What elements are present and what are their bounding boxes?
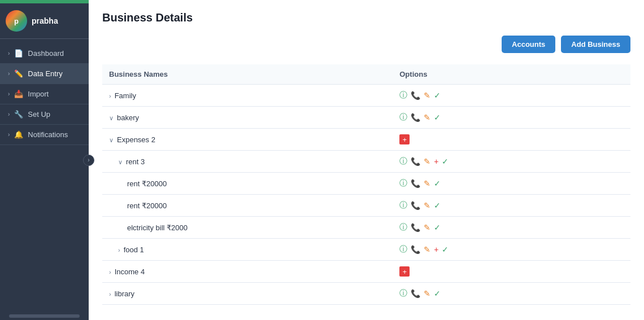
sidebar-item-import[interactable]: › 📥 Import (0, 84, 89, 104)
info-icon[interactable]: ⓘ (399, 90, 407, 100)
business-name-cell: ∨bakery (102, 107, 393, 129)
edit-icon[interactable]: ✎ (424, 245, 430, 254)
business-name: library (115, 290, 134, 298)
edit-icon[interactable]: ✎ (424, 179, 430, 188)
options-cell: ⓘ📞✎+✓ (393, 151, 630, 173)
sidebar-item-setup[interactable]: › 🔧 Set Up (0, 104, 89, 125)
chevron-icon: › (8, 50, 10, 56)
sidebar-item-label: Data Entry (28, 69, 62, 78)
table-row: ›food 1ⓘ📞✎+✓ (102, 239, 630, 261)
info-icon[interactable]: ⓘ (399, 200, 407, 211)
info-icon[interactable]: ⓘ (399, 288, 407, 299)
business-name-cell: ∨Expenses 2 (102, 129, 393, 151)
check-icon[interactable]: ✓ (434, 289, 441, 298)
info-icon[interactable]: ⓘ (399, 112, 407, 122)
edit-icon[interactable]: ✎ (424, 113, 430, 122)
check-icon[interactable]: ✓ (434, 223, 441, 232)
table-row: ›libraryⓘ📞✎✓ (102, 283, 630, 305)
phone-icon[interactable]: 📞 (411, 245, 420, 254)
table-row: ∨Expenses 2+ (102, 129, 630, 151)
plus-icon[interactable]: + (434, 157, 438, 166)
col-options: Options (393, 64, 630, 85)
business-name-cell: ›Family (102, 85, 393, 107)
check-icon[interactable]: ✓ (434, 201, 441, 210)
business-name: rent 3 (126, 157, 145, 166)
check-icon[interactable]: ✓ (442, 245, 449, 254)
phone-icon[interactable]: 📞 (411, 289, 420, 298)
dashboard-icon: 📄 (14, 49, 23, 58)
business-name: Income 4 (115, 268, 145, 276)
sidebar-item-notifications[interactable]: › 🔔 Notifications (0, 125, 89, 145)
business-table: Business Names Options ›Familyⓘ📞✎✓∨baker… (102, 64, 630, 305)
sidebar-item-label: Set Up (28, 110, 50, 119)
plus-icon[interactable]: + (434, 245, 438, 254)
business-name-cell: ›Income 4 (102, 261, 393, 283)
accounts-button[interactable]: Accounts (502, 36, 555, 53)
table-row: rent ₹20000ⓘ📞✎✓ (102, 195, 630, 217)
phone-icon[interactable]: 📞 (411, 157, 420, 166)
edit-icon[interactable]: ✎ (424, 157, 430, 166)
phone-icon[interactable]: 📞 (411, 91, 420, 100)
table-row: ›Familyⓘ📞✎✓ (102, 85, 630, 107)
business-name: bakery (117, 113, 139, 122)
phone-icon[interactable]: 📞 (411, 223, 420, 232)
business-name: rent ₹20000 (127, 179, 167, 188)
info-icon[interactable]: ⓘ (399, 222, 407, 233)
options-cell: + (393, 261, 630, 283)
add-business-button[interactable]: Add Business (561, 36, 630, 53)
check-icon[interactable]: ✓ (442, 157, 449, 166)
phone-icon[interactable]: 📞 (411, 179, 420, 188)
options-cell: ⓘ📞✎✓ (393, 85, 630, 107)
table-row: ∨bakeryⓘ📞✎✓ (102, 107, 630, 129)
sidebar-logo: p prabha (0, 3, 89, 39)
notifications-icon: 🔔 (14, 130, 23, 139)
plus-box-icon[interactable]: + (399, 134, 410, 144)
table-row: rent ₹20000ⓘ📞✎✓ (102, 173, 630, 195)
sidebar-item-dashboard[interactable]: › 📄 Dashboard (0, 43, 89, 64)
options-cell: ⓘ📞✎✓ (393, 283, 630, 305)
import-icon: 📥 (14, 90, 23, 98)
edit-icon[interactable]: ✎ (424, 223, 430, 232)
chevron-icon: › (8, 71, 10, 77)
info-icon[interactable]: ⓘ (399, 178, 407, 189)
row-chevron[interactable]: ∨ (118, 159, 123, 165)
setup-icon: 🔧 (14, 110, 23, 119)
main-content: Business Details Accounts Add Business B… (89, 0, 644, 320)
business-name: food 1 (124, 246, 144, 254)
edit-icon[interactable]: ✎ (424, 201, 430, 210)
sidebar-username: prabha (32, 16, 58, 25)
sidebar-scrollbar[interactable] (9, 314, 80, 318)
plus-box-icon[interactable]: + (399, 266, 410, 277)
edit-icon[interactable]: ✎ (424, 91, 430, 100)
row-chevron[interactable]: ∨ (109, 137, 114, 143)
sidebar-item-data-entry[interactable]: › ✏️ Data Entry (0, 64, 89, 84)
sidebar-item-label: Notifications (28, 130, 68, 139)
options-cell: ⓘ📞✎✓ (393, 195, 630, 217)
data-entry-icon: ✏️ (14, 69, 23, 78)
row-chevron[interactable]: › (118, 247, 120, 253)
row-chevron[interactable]: ∨ (109, 115, 114, 121)
business-name-cell: ›food 1 (102, 239, 393, 261)
business-name-cell: ∨rent 3 (102, 151, 393, 173)
row-chevron[interactable]: › (109, 291, 111, 297)
info-icon[interactable]: ⓘ (399, 244, 407, 255)
options-cell: ⓘ📞✎✓ (393, 217, 630, 239)
row-chevron[interactable]: › (109, 269, 111, 275)
business-name-cell: rent ₹20000 (102, 173, 393, 195)
business-name: Expenses 2 (117, 135, 155, 144)
check-icon[interactable]: ✓ (434, 91, 441, 100)
page-title: Business Details (102, 11, 630, 24)
phone-icon[interactable]: 📞 (411, 201, 420, 210)
options-cell: ⓘ📞✎+✓ (393, 239, 630, 261)
check-icon[interactable]: ✓ (434, 113, 441, 122)
sidebar: p prabha › 📄 Dashboard › ✏️ Data Entry ›… (0, 0, 89, 320)
check-icon[interactable]: ✓ (434, 179, 441, 188)
options-cell: ⓘ📞✎✓ (393, 107, 630, 129)
info-icon[interactable]: ⓘ (399, 156, 407, 166)
sidebar-item-label: Import (28, 90, 49, 98)
business-name: Family (115, 91, 136, 100)
row-chevron[interactable]: › (109, 93, 111, 99)
edit-icon[interactable]: ✎ (424, 289, 430, 298)
sidebar-collapse-button[interactable]: › (83, 155, 94, 166)
phone-icon[interactable]: 📞 (411, 113, 420, 122)
